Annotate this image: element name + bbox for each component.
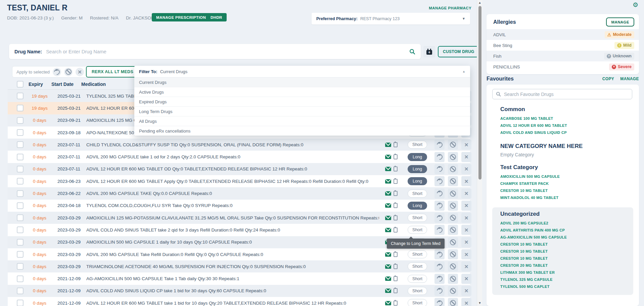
apply-discontinue-button[interactable] (64, 68, 73, 76)
filter-option[interactable]: Current Drugs (134, 78, 470, 87)
row-checkbox[interactable] (17, 202, 24, 209)
delete-row-button[interactable]: ✕ (461, 152, 471, 162)
scrollbar-thumb[interactable] (478, 6, 481, 180)
term-badge[interactable]: Long (408, 202, 427, 210)
delete-row-button[interactable]: ✕ (461, 249, 471, 259)
row-checkbox[interactable] (17, 141, 24, 148)
filter-option[interactable]: Active Drugs (134, 87, 470, 97)
favourite-item[interactable]: ACARBOSE 100 MG TABLET (500, 115, 632, 122)
clipboard-icon[interactable] (394, 142, 398, 147)
favourite-item[interactable]: CRESTOR 10 MG TABLET (500, 187, 632, 194)
favourite-item[interactable]: AG-AMOXICILLIN 500 MG CAPSULE (500, 234, 633, 241)
row-checkbox[interactable] (17, 178, 24, 185)
delete-row-button[interactable]: ✕ (461, 225, 471, 235)
delete-row-button[interactable]: ✕ (461, 176, 471, 186)
discontinue-row-button[interactable] (448, 286, 458, 296)
table-row[interactable]: 0 days 2023-03-29 ADVIL COLD AND SINUS T… (8, 224, 470, 236)
delete-row-button[interactable]: ✕ (461, 261, 471, 271)
row-checkbox[interactable] (17, 300, 24, 306)
rerx-row-button[interactable] (434, 164, 445, 174)
table-row[interactable]: 0 days 2023-07-11 CHILD TYLENOL COLD&STU… (8, 139, 470, 151)
term-badge[interactable]: Short (408, 275, 427, 283)
row-checkbox[interactable] (17, 239, 24, 246)
table-row[interactable]: 0 days 2021-12-09 ADVIL 12 HOUR ER 600 M… (8, 297, 470, 306)
favourite-item[interactable]: ADVIL 12 HOUR ER 600 MG TABLET (500, 122, 632, 129)
row-checkbox[interactable] (17, 263, 24, 270)
clipboard-icon[interactable] (394, 288, 398, 293)
scroll-up-arrow[interactable]: ▲ (477, 1, 482, 4)
favourite-item[interactable]: TYLENOL 500 MG CAPLET (500, 283, 633, 290)
search-icon[interactable] (409, 49, 415, 55)
term-badge[interactable]: Short (408, 214, 427, 222)
select-all-checkbox[interactable] (17, 81, 24, 88)
discontinue-row-button[interactable] (448, 298, 458, 306)
discontinue-row-button[interactable] (448, 201, 458, 211)
row-checkbox[interactable] (17, 154, 24, 160)
favourite-item[interactable]: ADVIL ARTHRITIS PAIN 400 MG CP (500, 227, 633, 234)
favourite-item[interactable]: CHAMPIX STARTER PACK (500, 180, 632, 187)
delete-row-button[interactable]: ✕ (461, 274, 471, 284)
rerx-row-button[interactable] (434, 261, 445, 271)
custom-drug-button[interactable]: CUSTOM DRUG (438, 46, 479, 57)
table-row[interactable]: 0 days 2023-07-11 ADVIL 200 MG CAPSULE t… (8, 151, 470, 163)
favourite-item[interactable]: AMOXICILLIN 500 MG CAPSULE (500, 173, 632, 180)
term-badge[interactable]: Short (408, 262, 427, 270)
filter-option[interactable]: Pending eRx cancellations (134, 126, 470, 136)
clipboard-icon[interactable] (394, 191, 398, 196)
manage-pharmacy-link[interactable]: MANAGE PHARMACY (386, 6, 471, 10)
drug-search-input[interactable] (45, 49, 409, 55)
row-checkbox[interactable] (17, 214, 24, 221)
row-checkbox[interactable] (17, 288, 24, 294)
clipboard-icon[interactable] (394, 252, 398, 257)
filter-to-field[interactable]: Filter To: Current Drugs ▲ (134, 66, 470, 78)
row-checkbox[interactable] (17, 166, 24, 172)
favourite-item[interactable]: ADVIL COLD AND SINUS LIQUID CP (500, 129, 632, 136)
term-badge[interactable]: Long (408, 165, 427, 173)
mail-icon[interactable] (385, 289, 391, 293)
clipboard-icon[interactable] (394, 215, 398, 220)
term-badge[interactable]: Short (408, 190, 427, 198)
preferred-pharmacy-select[interactable]: Preferred Pharmacy: REST Pharmacy 123 ▼ (312, 13, 470, 24)
favourite-item[interactable]: TYLENOL 325 MG CAPSULE (500, 276, 633, 283)
discontinue-row-button[interactable] (448, 225, 458, 235)
favourite-item[interactable]: CRESTOR 10 MG TABLET (500, 255, 633, 262)
table-row[interactable]: 0 days 2021-12-09 ADVIL COLD AND SINUS L… (8, 285, 470, 297)
clipboard-icon[interactable] (394, 179, 398, 184)
apply-delete-button[interactable]: ✕ (76, 68, 84, 76)
rerx-row-button[interactable] (434, 298, 445, 306)
rerx-row-button[interactable] (434, 140, 445, 150)
discontinue-row-button[interactable] (448, 152, 458, 162)
manage-prescriptions-button[interactable]: MANAGE PRESCRIPTIONS (152, 13, 213, 21)
term-badge[interactable]: Short (408, 250, 427, 258)
rerx-all-lt-meds-button[interactable]: RERX ALL LT MEDS (86, 66, 139, 78)
discontinue-row-button[interactable] (448, 164, 458, 174)
discontinue-row-button[interactable] (448, 213, 458, 223)
term-badge[interactable]: Short (408, 226, 427, 234)
rerx-row-button[interactable] (434, 152, 445, 162)
mail-icon[interactable] (385, 203, 391, 208)
discontinue-row-button[interactable] (448, 249, 458, 259)
discontinue-row-button[interactable] (448, 176, 458, 186)
delete-row-button[interactable]: ✕ (461, 189, 471, 199)
table-row[interactable]: 0 days 2021-12-09 AG-AMOXICILLIN 500 MG … (8, 272, 470, 285)
favourite-item[interactable]: CRESTOR 20 MG TABLET (500, 262, 633, 269)
mail-icon[interactable] (385, 191, 391, 196)
table-row[interactable]: 0 days 2023-04-18 TYLENOL COM.COLD,COUGH… (8, 200, 470, 212)
filter-option[interactable]: Expired Drugs (134, 97, 470, 106)
favourites-search-input[interactable] (503, 91, 629, 97)
term-badge[interactable]: Long (408, 177, 427, 185)
delete-row-button[interactable]: ✕ (461, 213, 471, 223)
delete-row-button[interactable]: ✕ (461, 298, 471, 306)
table-row[interactable]: 0 days 2023-03-29 ADVIL 200 MG CAPSULE T… (8, 248, 470, 260)
favourite-item[interactable]: CRESTOR 10 MG TABLET (500, 241, 633, 248)
filter-option[interactable]: Long Term Drugs (134, 106, 470, 116)
favourite-item[interactable]: CRESTOR 10 MG TABLET (500, 248, 633, 255)
delete-row-button[interactable]: ✕ (461, 140, 471, 150)
rerx-row-button[interactable] (434, 189, 445, 199)
favourite-item[interactable]: MINT-NADOLOL 40 MG TABLET (500, 194, 632, 201)
mail-icon[interactable] (385, 179, 391, 184)
rerx-row-button[interactable] (434, 274, 445, 284)
table-row[interactable]: 0 days 2023-07-11 ADVIL 12 HOUR ER 600 M… (8, 163, 470, 175)
table-row[interactable]: 0 days 2023-06-23 ADVIL 12 HOUR ER 600 M… (8, 175, 470, 187)
table-row[interactable]: 0 days 2023-03-29 AMOXICILLIN 125 MG-POT… (8, 212, 470, 224)
